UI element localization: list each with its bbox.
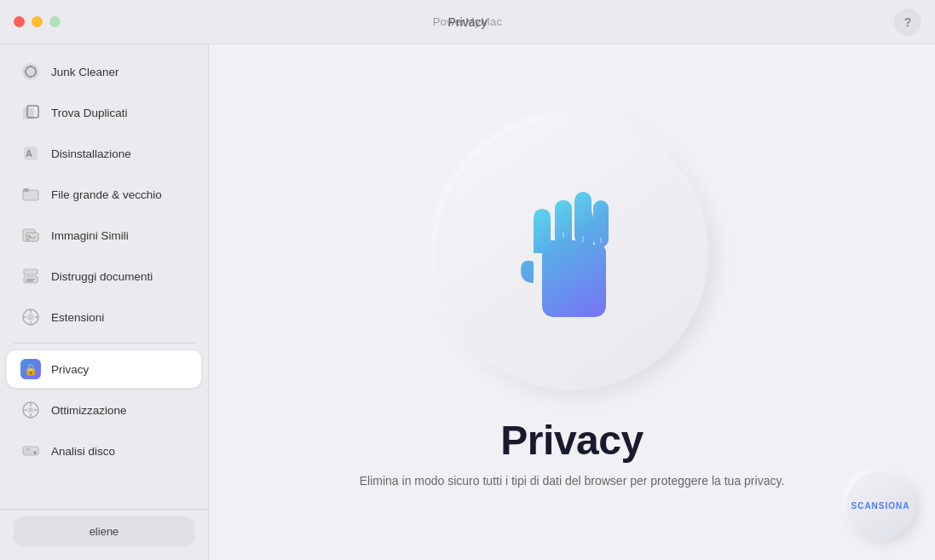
traffic-lights	[14, 16, 61, 27]
help-button[interactable]: ?	[894, 9, 921, 36]
immagini-simili-icon	[20, 225, 41, 245]
analisi-disco-icon	[20, 441, 41, 461]
svg-rect-15	[24, 269, 38, 274]
sidebar-item-file-grande[interactable]: File grande & vecchio	[7, 176, 201, 213]
sidebar: Junk Cleaner Trova Duplicati A Disinstal…	[0, 44, 209, 560]
svg-point-26	[28, 407, 33, 413]
user-button[interactable]: eliene	[14, 517, 194, 546]
sidebar-item-distruggi-documenti[interactable]: Distruggi documenti	[7, 257, 201, 295]
privacy-circle	[436, 117, 708, 390]
close-button[interactable]	[14, 16, 25, 27]
sidebar-footer: eliene	[0, 509, 208, 553]
sidebar-label-ottimizzazione: Ottimizzazione	[51, 404, 127, 417]
svg-point-14	[28, 235, 31, 238]
main-container: Junk Cleaner Trova Duplicati A Disinstal…	[0, 44, 935, 560]
file-grande-icon	[20, 184, 41, 205]
sidebar-item-analisi-disco[interactable]: Analisi disco	[7, 432, 201, 470]
sidebar-item-estensioni[interactable]: Estensioni	[7, 298, 201, 336]
titlebar: PowerMyMac Privacy ?	[0, 0, 935, 44]
scan-button-wrapper: SCANSIONA	[846, 471, 915, 540]
sidebar-label-junk-cleaner: Junk Cleaner	[51, 66, 119, 78]
main-title: Privacy	[500, 417, 643, 464]
sidebar-label-disinstallazione: Disinstallazione	[51, 147, 131, 160]
content-area: Privacy Elimina in modo sicuro tutti i t…	[209, 44, 935, 560]
sidebar-divider	[14, 343, 194, 344]
svg-text:A: A	[26, 148, 32, 159]
sidebar-label-trova-duplicati: Trova Duplicati	[51, 107, 128, 119]
page-title: Privacy	[448, 15, 488, 29]
sidebar-label-immagini-simili: Immagini Simili	[51, 229, 129, 242]
sidebar-item-disinstallazione[interactable]: A Disinstallazione	[7, 135, 201, 172]
ottimizzazione-icon	[20, 400, 41, 420]
sidebar-label-distruggi-documenti: Distruggi documenti	[51, 270, 153, 283]
distruggi-documenti-icon	[20, 266, 41, 286]
sidebar-item-immagini-simili[interactable]: Immagini Simili	[7, 216, 201, 254]
lock-badge: 🔒	[20, 359, 41, 379]
svg-point-20	[27, 314, 34, 320]
privacy-hand-icon	[504, 185, 640, 321]
sidebar-label-file-grande: File grande & vecchio	[51, 188, 162, 201]
trova-duplicati-icon	[20, 102, 41, 123]
svg-rect-11	[23, 188, 29, 192]
sidebar-label-estensioni: Estensioni	[51, 311, 104, 324]
sidebar-item-trova-duplicati[interactable]: Trova Duplicati	[7, 94, 201, 131]
main-description: Elimina in modo sicuro tutti i tipi di d…	[360, 474, 785, 488]
sidebar-item-junk-cleaner[interactable]: Junk Cleaner	[7, 53, 201, 90]
junk-cleaner-icon	[20, 61, 41, 82]
sidebar-label-privacy: Privacy	[51, 363, 89, 376]
disinstallazione-icon: A	[20, 143, 41, 164]
scan-button[interactable]: SCANSIONA	[846, 471, 915, 540]
svg-point-29	[34, 452, 37, 454]
sidebar-item-privacy[interactable]: 🔒 Privacy	[7, 350, 201, 388]
sidebar-label-analisi-disco: Analisi disco	[51, 445, 115, 458]
minimize-button[interactable]	[32, 16, 43, 27]
sidebar-item-ottimizzazione[interactable]: Ottimizzazione	[7, 391, 201, 429]
estensioni-icon	[20, 307, 41, 327]
privacy-icon: 🔒	[20, 359, 41, 379]
maximize-button[interactable]	[49, 16, 61, 27]
